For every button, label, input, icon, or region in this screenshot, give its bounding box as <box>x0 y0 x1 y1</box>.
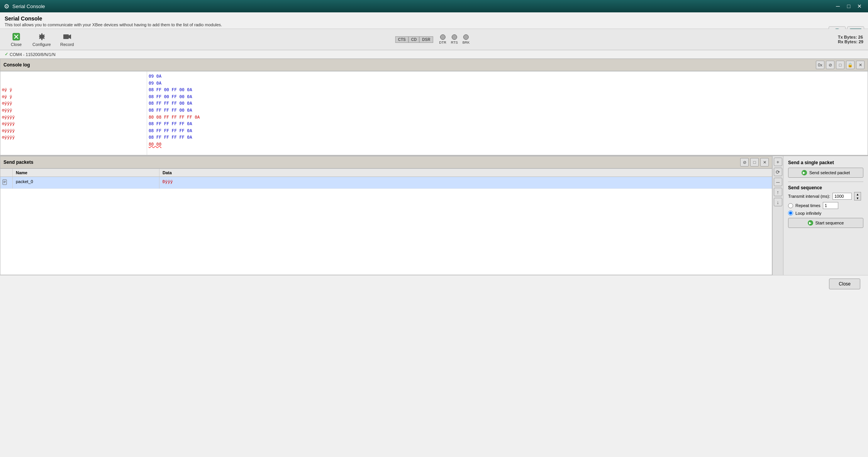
title-bar: ⚙ Serial Console ─ □ ✕ <box>0 0 868 12</box>
com-port-value: COM4 - 115200/8/N/1/N <box>10 52 56 57</box>
start-seq-play-icon: ▶ <box>808 220 813 226</box>
app-title: Serial Console <box>5 15 863 22</box>
packets-col-header: Name Data <box>0 169 772 177</box>
loop-infinitely-label: Loop infinitely <box>795 211 821 216</box>
packets-table: Name Data packet_0 <box>0 168 772 275</box>
list-item: 08 FF FF FF 00 0A <box>149 100 866 107</box>
title-bar-controls[interactable]: ─ □ ✕ <box>833 2 864 11</box>
minimize-button[interactable]: ─ <box>833 2 843 11</box>
rx-bytes: Rx Bytes: 29 <box>838 39 863 44</box>
brk-led: BRK <box>463 34 470 44</box>
brk-led-light <box>463 34 469 40</box>
dtr-led-light <box>440 34 446 40</box>
play-icon: ▶ <box>802 170 807 175</box>
console-left-panel[interactable]: ®ÿ ÿ ®ÿ ÿ ®ÿÿÿ ®ÿÿÿ ®ÿÿÿÿ ®ÿÿÿÿ ®ÿÿÿÿ ®ÿ… <box>0 71 147 155</box>
interval-down-button[interactable]: ▼ <box>854 196 861 200</box>
repeat-times-label: Repeat times <box>795 203 821 208</box>
list-item: 08 FF 00 FF 00 0A <box>149 87 866 93</box>
send-controls-panel: Send a single packet ▶ Send selected pac… <box>783 156 868 275</box>
brk-label: BRK <box>463 41 470 44</box>
dsr-indicator: DSR <box>419 36 433 43</box>
send-packets-close-btn[interactable]: ✕ <box>760 158 769 166</box>
close-button[interactable]: Close <box>829 279 860 289</box>
console-right-panel[interactable]: 09 0A 09 0A 08 FF 00 FF 00 0A 08 FF 00 F… <box>147 71 868 155</box>
send-packets-main: Send packets ⊘ □ ✕ Name Data <box>0 156 772 275</box>
tx-bytes: Tx Bytes: 26 <box>838 35 863 39</box>
send-packets-section: Send packets ⊘ □ ✕ Name Data <box>0 155 868 275</box>
transmit-interval-input[interactable] <box>832 193 852 200</box>
close-toolbar-icon <box>12 32 21 41</box>
footer: Close <box>0 275 868 292</box>
com-port-check: ✓ <box>5 52 8 57</box>
console-header-buttons: 0x ⊘ □ 🔒 ✕ <box>816 61 865 69</box>
list-item <box>2 73 145 80</box>
send-packets-header-buttons: ⊘ □ ✕ <box>740 158 769 166</box>
list-item: ®ÿÿÿ <box>2 100 145 107</box>
tx-label: Tx Bytes: <box>838 35 857 39</box>
send-sequence-title: Send sequence <box>788 182 863 190</box>
title-bar-left: ⚙ Serial Console <box>4 3 45 10</box>
tx-value: 26 <box>858 35 863 39</box>
rx-value: 29 <box>859 39 863 44</box>
console-header: Console log 0x ⊘ □ 🔒 ✕ <box>0 59 868 71</box>
list-item: ®ÿÿÿÿ <box>2 127 145 134</box>
configure-button[interactable]: Configure <box>28 31 56 48</box>
start-sequence-label: Start sequence <box>815 221 844 225</box>
record-icon <box>63 32 72 41</box>
interval-spinner: ▲ ▼ <box>854 192 861 200</box>
list-item: 08 FF FF FF FF 0A <box>149 127 866 134</box>
maximize-button[interactable]: □ <box>844 2 853 11</box>
packet-side-buttons: + ⟳ ─ ↑ ↓ <box>772 156 783 275</box>
close-toolbar-button[interactable]: Close <box>5 31 28 48</box>
remove-packet-button[interactable]: ─ <box>774 178 782 186</box>
interval-up-button[interactable]: ▲ <box>854 192 861 196</box>
list-item: 08 FF FF FF 00 0A <box>149 107 866 114</box>
configure-icon <box>37 32 46 41</box>
com-port-line: ✓ COM4 - 115200/8/N/1/N <box>0 50 868 59</box>
console-0x-button[interactable]: 0x <box>816 61 824 69</box>
packets-rows: packet_0 Ðÿÿÿ <box>0 177 772 275</box>
window-close-button[interactable]: ✕ <box>855 2 864 11</box>
list-item <box>2 80 145 87</box>
cts-indicator: CTS <box>395 36 409 43</box>
loop-infinitely-radio[interactable] <box>788 211 793 216</box>
send-packets-copy-btn[interactable]: □ <box>750 158 759 166</box>
repeat-times-input[interactable] <box>823 202 838 209</box>
send-packets-title: Send packets <box>3 160 33 165</box>
send-packets-header: Send packets ⊘ □ ✕ <box>0 156 772 168</box>
refresh-packet-button[interactable]: ⟳ <box>774 168 782 176</box>
list-item: 80 00 <box>149 141 866 148</box>
start-sequence-button[interactable]: ▶ Start sequence <box>788 218 863 228</box>
svg-rect-7 <box>63 34 69 39</box>
dtr-label: DTR <box>439 41 446 44</box>
tx-rx-info: Tx Bytes: 26 Rx Bytes: 29 <box>838 35 863 44</box>
repeat-times-radio[interactable] <box>788 203 793 208</box>
move-down-button[interactable]: ↓ <box>774 198 782 206</box>
console-section: Console log 0x ⊘ □ 🔒 ✕ ®ÿ ÿ ®ÿ ÿ ®ÿÿÿ ®ÿ… <box>0 59 868 155</box>
rts-label: RTS <box>451 41 458 44</box>
list-item: ®ÿ ÿ <box>2 93 145 100</box>
col-header-data: Data <box>159 169 772 177</box>
console-copy-button[interactable]: □ <box>836 61 844 69</box>
console-lock-button[interactable]: 🔒 <box>846 61 854 69</box>
send-selected-packet-button[interactable]: ▶ Send selected packet <box>788 168 863 178</box>
loop-infinitely-row: Loop infinitely <box>788 211 863 216</box>
list-item: 08 FF FF FF FF 0A <box>149 134 866 141</box>
list-item: 09 0A <box>149 73 866 80</box>
table-row[interactable]: packet_0 Ðÿÿÿ <box>0 177 772 189</box>
packet-data: Ðÿÿÿ <box>159 177 772 189</box>
send-packets-clear-btn[interactable]: ⊘ <box>740 158 749 166</box>
console-log-title: Console log <box>3 62 30 68</box>
header-area: Serial Console This tool allows you to c… <box>0 12 868 29</box>
console-clear-button[interactable]: ⊘ <box>826 61 834 69</box>
list-item: ®ÿÿÿÿ <box>2 114 145 121</box>
col-header-name: Name <box>13 169 159 177</box>
title-bar-title: Serial Console <box>12 3 45 9</box>
record-button[interactable]: Record <box>56 31 79 48</box>
move-up-button[interactable]: ↑ <box>774 188 782 196</box>
add-packet-button[interactable]: + <box>774 158 782 166</box>
console-close-button[interactable]: ✕ <box>856 61 865 69</box>
list-item: ®ÿÿÿ <box>2 107 145 114</box>
led-group: DTR RTS BRK <box>436 33 473 46</box>
single-packet-title: Send a single packet <box>788 160 863 165</box>
